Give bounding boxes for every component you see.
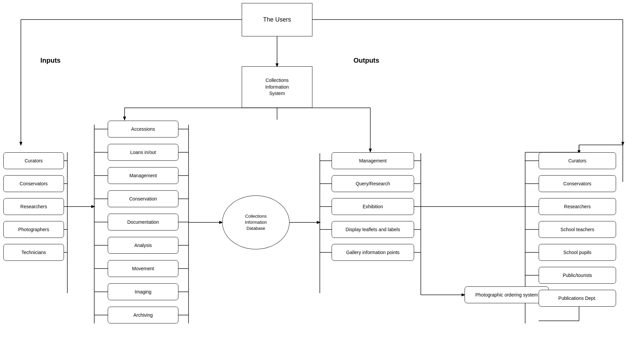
right-school-teachers-label: School teachers xyxy=(561,227,594,232)
right-user-conservators: Conservators xyxy=(539,175,616,192)
left-researchers-label: Researchers xyxy=(20,204,47,209)
right-user-school-teachers: School teachers xyxy=(539,221,616,238)
input-documentation: Documentation xyxy=(108,214,178,230)
cid-label: Collections Information Database xyxy=(245,213,267,232)
accessions-label: Accessions xyxy=(131,126,155,132)
right-public-label: Public/tourists xyxy=(563,273,592,278)
imaging-label: Imaging xyxy=(135,289,151,294)
documentation-label: Documentation xyxy=(127,219,159,225)
right-user-publications: Publications Dept. xyxy=(539,290,616,307)
input-loans: Loans in/out xyxy=(108,144,178,161)
loans-label: Loans in/out xyxy=(130,150,156,155)
left-curators-label: Curators xyxy=(25,158,43,163)
outputs-text: Outputs xyxy=(353,57,379,64)
movement-label: Movement xyxy=(132,266,154,271)
input-conservation: Conservation xyxy=(108,190,178,207)
photo-ordering-label: Photographic ordering system xyxy=(475,292,538,298)
left-user-technicians: Technicians xyxy=(3,244,64,261)
left-photographers-label: Photographers xyxy=(18,227,49,232)
output-gallery-label: Gallery information points xyxy=(346,250,400,255)
input-management: Management xyxy=(108,167,178,184)
input-management-label: Management xyxy=(129,173,157,178)
input-accessions: Accessions xyxy=(108,121,178,137)
inputs-text: Inputs xyxy=(40,57,61,64)
right-user-public: Public/tourists xyxy=(539,267,616,284)
output-exhibition: Exhibition xyxy=(332,198,414,215)
left-technicians-label: Technicians xyxy=(21,250,46,255)
outputs-label: Outputs xyxy=(353,57,379,64)
cis-box: Collections Information System xyxy=(242,66,312,108)
output-gallery: Gallery information points xyxy=(332,244,414,261)
output-exhibition-label: Exhibition xyxy=(363,204,383,209)
right-curators-label: Curators xyxy=(568,158,586,163)
input-movement: Movement xyxy=(108,260,178,277)
photo-ordering-box: Photographic ordering system xyxy=(465,286,549,303)
the-users-label: The Users xyxy=(263,16,291,23)
cid-ellipse: Collections Information Database xyxy=(222,195,290,249)
right-school-pupils-label: School pupils xyxy=(563,250,591,255)
output-management: Management xyxy=(332,152,414,169)
left-user-conservators: Conservators xyxy=(3,175,64,192)
right-user-curators: Curators xyxy=(539,152,616,169)
left-user-photographers: Photographers xyxy=(3,221,64,238)
right-user-school-pupils: School pupils xyxy=(539,244,616,261)
diagram: The Users Inputs Outputs Collections Inf… xyxy=(0,0,644,341)
left-user-curators: Curators xyxy=(3,152,64,169)
input-imaging: Imaging xyxy=(108,283,178,300)
analysis-label: Analysis xyxy=(134,243,152,248)
cis-label: Collections Information System xyxy=(265,77,289,97)
archiving-label: Archiving xyxy=(133,312,153,318)
right-conservators-label: Conservators xyxy=(563,181,591,186)
the-users-box: The Users xyxy=(242,3,312,36)
output-display: Display leaflets and labels xyxy=(332,221,414,238)
output-display-label: Display leaflets and labels xyxy=(346,227,400,232)
inputs-label: Inputs xyxy=(40,57,61,64)
right-user-researchers: Researchers xyxy=(539,198,616,215)
right-researchers-label: Researchers xyxy=(564,204,590,209)
input-analysis: Analysis xyxy=(108,237,178,254)
output-management-label: Management xyxy=(359,158,387,163)
right-publications-label: Publications Dept. xyxy=(558,296,597,301)
conservation-label: Conservation xyxy=(129,196,157,202)
output-query-label: Query/Research xyxy=(356,181,390,186)
left-user-researchers: Researchers xyxy=(3,198,64,215)
left-conservators-label: Conservators xyxy=(20,181,47,186)
input-archiving: Archiving xyxy=(108,307,178,323)
output-query: Query/Research xyxy=(332,175,414,192)
